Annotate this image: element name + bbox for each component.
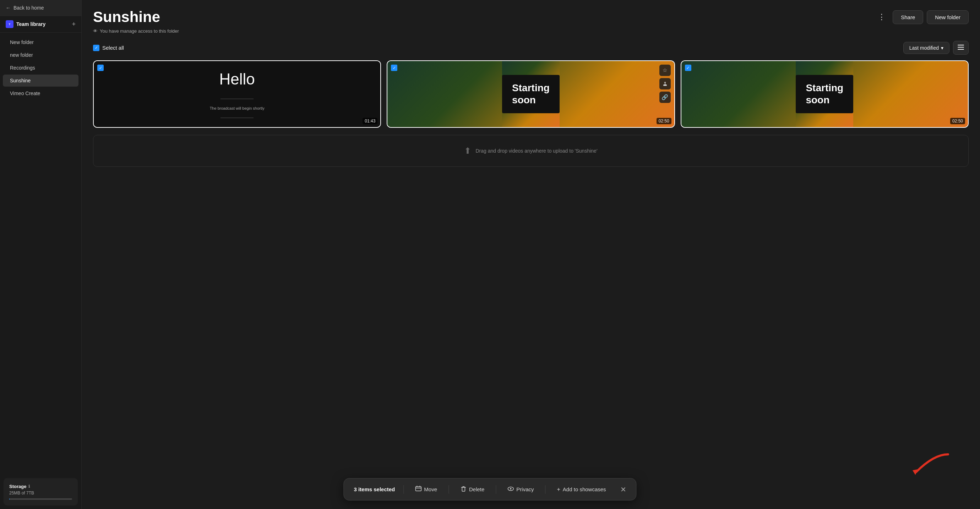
video-card-2[interactable]: Starting soon 02:50 ☆: [387, 60, 675, 128]
video-thumbnail-1: Hello The broadcast will begin shortly 0…: [94, 61, 380, 127]
video-info-2: 😊 Test_Live_a (Copy) Feb 7, 2025, 11:28 …: [387, 127, 674, 128]
storage-info-icon: ℹ: [29, 484, 30, 489]
card-checkbox-1[interactable]: [97, 65, 104, 71]
video-thumbnail-3: Starting soon 02:50: [681, 61, 968, 127]
selected-count: 3 items selected: [354, 486, 395, 492]
video-duration-2: 02:50: [657, 118, 671, 124]
team-library-row: T Team library +: [0, 16, 81, 33]
storage-bar-fill: [9, 498, 10, 500]
storage-label: Storage ℹ: [9, 484, 72, 489]
starting-text-3: Starting soon: [806, 82, 843, 106]
sidebar: ← Back to home T Team library + New fold…: [0, 0, 82, 509]
list-view-icon: [958, 44, 964, 51]
action-divider-2: [449, 485, 449, 494]
add-folder-button[interactable]: +: [72, 21, 76, 27]
svg-rect-8: [415, 487, 421, 491]
video-duration-1: 01:43: [363, 118, 377, 124]
delete-icon: [460, 485, 466, 493]
svg-rect-4: [958, 49, 964, 50]
team-icon: T: [6, 20, 13, 28]
new-folder-button[interactable]: New folder: [927, 10, 969, 24]
delete-button[interactable]: Delete: [457, 484, 487, 495]
header-actions: ⋮ Share New folder: [874, 10, 969, 24]
add-showcases-label: Add to showcases: [563, 486, 606, 492]
action-bar-close-button[interactable]: ✕: [620, 485, 626, 494]
video-card-1[interactable]: Hello The broadcast will begin shortly 0…: [93, 60, 381, 128]
manage-access-banner: 👁 You have manage access to this folder: [82, 25, 980, 37]
add-showcases-icon: +: [557, 486, 560, 493]
starting-text-2: Starting soon: [512, 82, 550, 106]
sidebar-nav: New folder new folder Recordings Sunshin…: [0, 33, 81, 474]
main-header: Sunshine ⋮ Share New folder: [82, 0, 980, 25]
svg-text:T: T: [9, 23, 11, 26]
share-button-2[interactable]: [659, 78, 671, 89]
action-divider-4: [546, 485, 546, 494]
sidebar-item-new-folder-1[interactable]: New folder: [3, 36, 78, 48]
upload-icon: ⬆: [464, 146, 471, 156]
toolbar-row: Select all Last modified ▾: [82, 38, 980, 57]
back-arrow-icon: ←: [6, 5, 11, 11]
star-button-2[interactable]: ☆: [659, 65, 671, 76]
svg-rect-2: [958, 45, 964, 45]
card-actions-2: ☆ 🔗: [659, 65, 671, 103]
back-to-home[interactable]: ← Back to home: [0, 0, 81, 16]
select-all-checkbox[interactable]: [93, 45, 99, 51]
sidebar-item-recordings[interactable]: Recordings: [3, 62, 78, 74]
privacy-label: Privacy: [516, 486, 534, 492]
add-to-showcases-button[interactable]: + Add to showcases: [554, 485, 609, 494]
team-library-left: T Team library: [6, 20, 45, 28]
page-title: Sunshine: [93, 8, 160, 25]
starting-thumb-inner-3: Starting soon: [796, 61, 853, 127]
privacy-icon: [508, 485, 514, 493]
move-button[interactable]: Move: [412, 484, 440, 495]
starting-thumb-inner-2: Starting soon: [502, 61, 560, 127]
storage-usage: 25MB of 7TB: [9, 490, 72, 496]
hello-title: Hello: [220, 70, 255, 88]
privacy-button[interactable]: Privacy: [504, 484, 536, 495]
delete-label: Delete: [469, 486, 484, 492]
sidebar-item-sunshine[interactable]: Sunshine: [3, 75, 78, 87]
sort-button[interactable]: Last modified ▾: [903, 42, 950, 54]
starting-box-3: Starting soon: [796, 75, 853, 113]
action-divider-1: [403, 485, 404, 494]
hello-progress-bar: [221, 118, 253, 118]
svg-point-10: [510, 488, 511, 490]
card-checkbox-2[interactable]: [391, 65, 397, 71]
storage-widget: Storage ℹ 25MB of 7TB: [3, 478, 78, 506]
select-all-control[interactable]: Select all: [93, 45, 124, 51]
action-divider-3: [496, 485, 496, 494]
starting-box-2: Starting soon: [502, 75, 560, 113]
upload-drop-zone[interactable]: ⬆ Drag and drop videos anywhere to uploa…: [93, 135, 969, 167]
svg-rect-5: [663, 84, 667, 85]
sort-view-controls: Last modified ▾: [903, 41, 969, 55]
video-info-3: 😊 Test_Live_a Feb 7, 2025, 11:28 AM ⋮: [681, 127, 968, 128]
svg-rect-6: [663, 85, 667, 86]
card-checkbox-3[interactable]: [685, 65, 691, 71]
svg-rect-3: [958, 47, 964, 48]
manage-access-text: You have manage access to this folder: [100, 29, 179, 34]
move-icon: [415, 485, 422, 493]
sidebar-item-new-folder-2[interactable]: new folder: [3, 49, 78, 61]
storage-bar-background: [9, 498, 72, 500]
hello-thumb-inner: Hello The broadcast will begin shortly: [210, 61, 264, 127]
video-duration-3: 02:50: [950, 118, 965, 124]
move-label: Move: [424, 486, 437, 492]
sort-chevron-icon: ▾: [941, 45, 943, 51]
link-button-2[interactable]: 🔗: [659, 92, 671, 103]
main-content: Sunshine ⋮ Share New folder 👁 You have m…: [82, 0, 980, 509]
hello-subtitle: The broadcast will begin shortly: [210, 106, 264, 110]
share-button[interactable]: Share: [892, 10, 923, 24]
back-to-home-label: Back to home: [13, 5, 44, 11]
more-options-button[interactable]: ⋮: [874, 10, 889, 24]
upload-text: Drag and drop videos anywhere to upload …: [476, 148, 597, 154]
action-bar: 3 items selected Move Delete Privacy: [344, 478, 636, 501]
video-card-3[interactable]: Starting soon 02:50 😊 Test_Live_a: [681, 60, 969, 128]
video-grid: Hello The broadcast will begin shortly 0…: [82, 57, 980, 135]
select-all-label: Select all: [102, 45, 124, 51]
sort-label: Last modified: [909, 45, 939, 51]
view-toggle-button[interactable]: [953, 41, 969, 55]
sidebar-item-vimeo-create[interactable]: Vimeo Create: [3, 87, 78, 99]
video-thumbnail-2: Starting soon 02:50 ☆: [387, 61, 674, 127]
hello-divider: [221, 99, 253, 99]
video-info-1: 😊 Feb 7, 2025, 11:28 AM ⋮: [94, 127, 380, 128]
